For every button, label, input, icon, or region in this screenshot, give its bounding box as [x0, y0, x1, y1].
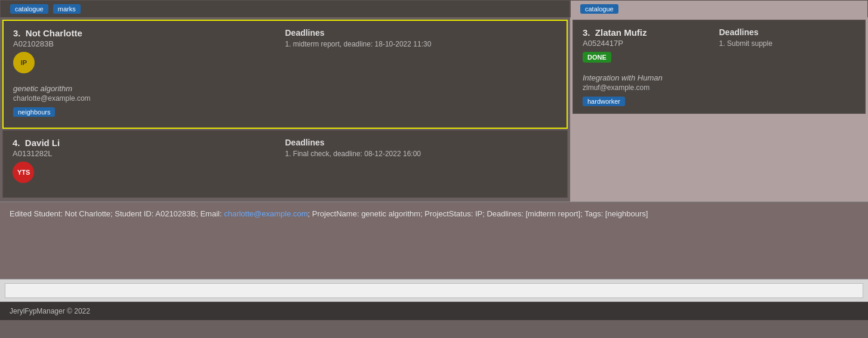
- deadlines-label-charlotte: Deadlines: [285, 28, 558, 38]
- command-input[interactable]: [5, 283, 863, 298]
- deadlines-label-zlatan: Deadlines: [719, 27, 856, 37]
- catalogue-tag-left[interactable]: catalogue: [10, 4, 48, 14]
- deadline-item-charlotte-1: 1. midterm report, deadline: 18-10-2022 …: [285, 40, 558, 48]
- catalogue-tag-right[interactable]: catalogue: [580, 4, 618, 14]
- tag-hardworker[interactable]: hardworker: [583, 97, 625, 106]
- student-name-charlotte: 3. Not Charlotte: [13, 28, 285, 38]
- deadline-item-david-1: 1. Final check, deadline: 08-12-2022 16:…: [285, 150, 558, 158]
- log-email: charlotte@example.com: [224, 209, 307, 218]
- status-badge-zlatan: DONE: [583, 52, 611, 63]
- email-zlatan: zlmuf@example.com: [583, 83, 719, 92]
- student-name-david: 4. David Li: [13, 138, 285, 148]
- project-name-zlatan: Integration with Human: [583, 73, 719, 82]
- student-card-zlatan[interactable]: 3. Zlatan Mufiz A0524417P DONE Integrati…: [572, 20, 866, 114]
- log-suffix: ; ProjectName: genetic algorithm; Projec…: [308, 209, 648, 218]
- student-id-david: A0131282L: [13, 149, 285, 158]
- student-card-charlotte[interactable]: 3. Not Charlotte A0210283B IP genetic al…: [2, 20, 568, 129]
- deadline-item-zlatan-1: 1. Submit supple: [719, 39, 856, 48]
- log-area: Edited Student: Not Charlotte; Student I…: [0, 201, 868, 279]
- project-name-charlotte: genetic algorithm: [13, 84, 285, 93]
- footer-text: JerylFypManager © 2022: [10, 307, 90, 315]
- student-name-zlatan: 3. Zlatan Mufiz: [583, 27, 719, 38]
- deadlines-label-david: Deadlines: [285, 138, 558, 147]
- student-id-zlatan: A0524417P: [583, 39, 719, 48]
- status-badge-david: YTS: [13, 162, 34, 183]
- log-text: Edited Student: Not Charlotte; Student I…: [10, 208, 858, 220]
- status-badge-charlotte: IP: [13, 52, 35, 73]
- email-charlotte: charlotte@example.com: [13, 94, 285, 103]
- footer: JerylFypManager © 2022: [0, 302, 868, 320]
- log-prefix: Edited Student: Not Charlotte; Student I…: [10, 209, 224, 218]
- student-id-charlotte: A0210283B: [13, 39, 285, 48]
- tag-neighbours[interactable]: neighbours: [13, 107, 55, 117]
- input-bar: [0, 279, 868, 302]
- student-card-david[interactable]: 4. David Li A0131282L YTS Deadlines 1. F…: [2, 130, 568, 198]
- marks-tag-left[interactable]: marks: [53, 4, 81, 14]
